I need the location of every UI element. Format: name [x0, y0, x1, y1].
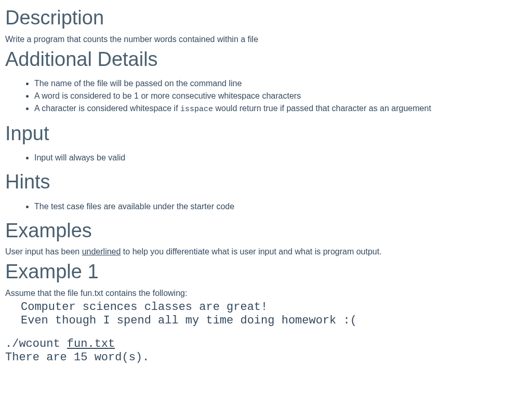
heading-description: Description	[5, 6, 527, 30]
input-list: Input will always be valid	[34, 152, 527, 164]
underlined-text: underlined	[82, 247, 121, 256]
example1-assume: Assume that the file fun.txt contains th…	[5, 287, 527, 300]
text-fragment: User input has been	[5, 247, 82, 256]
heading-hints: Hints	[5, 170, 527, 194]
example1-command: ./wcount fun.txt	[5, 337, 527, 351]
text-fragment: would return true if passed that charact…	[213, 104, 431, 113]
hints-list: The test case files are available under …	[34, 200, 527, 213]
example1-output: There are 15 word(s).	[5, 351, 527, 364]
text-fragment: to help you differentiate what is user i…	[121, 247, 381, 256]
command-prefix: ./wcount	[5, 337, 67, 350]
list-item: A word is considered to be 1 or more con…	[34, 90, 527, 102]
user-input: fun.txt	[67, 337, 115, 350]
heading-additional-details: Additional Details	[5, 48, 527, 72]
heading-input: Input	[5, 122, 527, 146]
example1-file-contents: Computer sciences classes are great! Eve…	[5, 301, 527, 328]
code-inline: isspace	[180, 105, 213, 114]
heading-examples: Examples	[5, 219, 527, 243]
examples-intro: User input has been underlined to help y…	[5, 246, 527, 258]
list-item: The name of the file will be passed on t…	[34, 77, 527, 90]
additional-details-list: The name of the file will be passed on t…	[34, 77, 527, 116]
text-fragment: A character is considered whitespace if	[34, 104, 180, 113]
list-item: A character is considered whitespace if …	[34, 102, 527, 116]
list-item: Input will always be valid	[34, 152, 527, 164]
heading-example1: Example 1	[5, 260, 527, 284]
list-item: The test case files are available under …	[34, 200, 527, 213]
description-text: Write a program that counts the number w…	[5, 33, 527, 46]
